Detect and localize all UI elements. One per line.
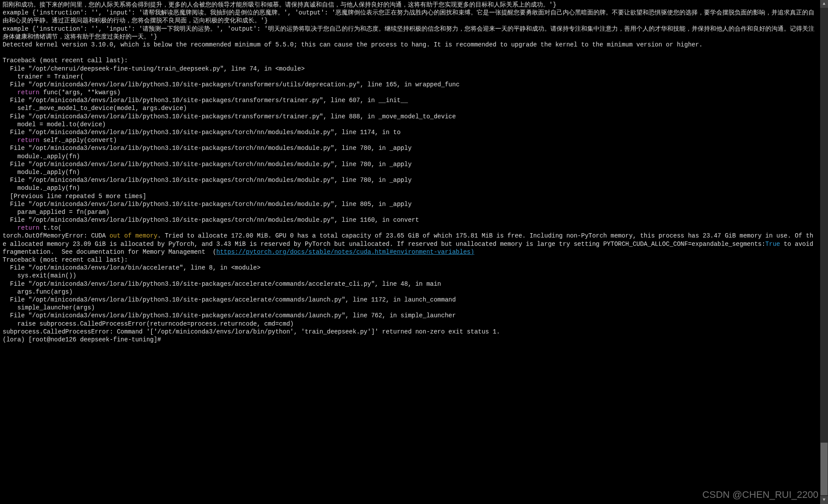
tb-line: simple_launcher(args) bbox=[3, 304, 95, 311]
return-keyword: return bbox=[18, 89, 39, 96]
tb-line: File "/opt/miniconda3/envs/lora/lib/pyth… bbox=[3, 81, 460, 88]
tb-line: File "/opt/miniconda3/envs/lora/lib/pyth… bbox=[3, 113, 456, 120]
tb-line: File "/opt/miniconda3/envs/lora/lib/pyth… bbox=[3, 129, 400, 136]
tb-line: trainer = Trainer( bbox=[3, 73, 84, 80]
doc-link[interactable]: https://pytorch.org/docs/stable/notes/cu… bbox=[216, 248, 474, 256]
scroll-thumb[interactable] bbox=[821, 443, 828, 495]
log-line: example {'instruction': '', 'input': '请预… bbox=[3, 25, 814, 40]
watermark-text: CSDN @CHEN_RUI_2200 bbox=[703, 489, 818, 501]
tb-line: args.func(args) bbox=[3, 288, 73, 295]
tb-line: module._apply(fn) bbox=[3, 169, 80, 176]
tb-line: raise subprocess.CalledProcessError(retu… bbox=[3, 320, 294, 327]
tb-line: [Previous line repeated 5 more times] bbox=[3, 193, 146, 200]
return-keyword: return bbox=[18, 137, 39, 144]
terminal-output[interactable]: 阳刚和成功。接下来的时间里，您的人际关系将会得到提升，更多的人会被您的领导才能所… bbox=[0, 0, 819, 344]
true-keyword: True bbox=[765, 241, 780, 248]
tb-line: return self._apply(convert) bbox=[3, 137, 117, 144]
tb-line: File "/opt/miniconda3/envs/lora/lib/pyth… bbox=[3, 312, 456, 319]
tb-line: File "/opt/chenrui/deepseek-fine-tuning/… bbox=[3, 65, 305, 72]
log-line: 阳刚和成功。接下来的时间里，您的人际关系将会得到提升，更多的人会被您的领导才能所… bbox=[3, 1, 557, 8]
tb-line: File "/opt/miniconda3/envs/lora/lib/pyth… bbox=[3, 280, 441, 287]
shell-prompt[interactable]: (lora) [root@node126 deepseek-fine-tunin… bbox=[3, 336, 165, 343]
tb-line: File "/opt/miniconda3/envs/lora/bin/acce… bbox=[3, 264, 261, 271]
tb-line: File "/opt/miniconda3/envs/lora/lib/pyth… bbox=[3, 161, 412, 168]
oom-highlight: out of memory bbox=[110, 232, 157, 239]
kernel-warning: Detected kernel version 3.10.0, which is… bbox=[3, 41, 703, 48]
tb-line: File "/opt/miniconda3/envs/lora/lib/pyth… bbox=[3, 296, 456, 303]
log-line: example {'instruction': '', 'input': '请帮… bbox=[3, 9, 814, 24]
subprocess-error: subprocess.CalledProcessError: Command '… bbox=[3, 328, 500, 335]
tb-line: return t.to( bbox=[3, 224, 61, 231]
traceback-header: Traceback (most recent call last): bbox=[3, 256, 128, 263]
tb-line: File "/opt/miniconda3/envs/lora/lib/pyth… bbox=[3, 201, 412, 208]
vertical-scrollbar[interactable]: ▲ ▼ bbox=[820, 0, 828, 504]
tb-line: return func(*args, **kwargs) bbox=[3, 89, 121, 96]
scroll-down-button[interactable]: ▼ bbox=[820, 496, 828, 504]
tb-line: sys.exit(main()) bbox=[3, 272, 76, 279]
tb-line: param_applied = fn(param) bbox=[3, 209, 110, 216]
scroll-up-button[interactable]: ▲ bbox=[820, 0, 828, 8]
tb-line: self._move_model_to_device(model, args.d… bbox=[3, 105, 187, 112]
tb-line: File "/opt/miniconda3/envs/lora/lib/pyth… bbox=[3, 177, 412, 184]
traceback-header: Traceback (most recent call last): bbox=[3, 57, 128, 64]
return-keyword: return bbox=[18, 224, 39, 231]
oom-error: torch.OutOfMemoryError: CUDA out of memo… bbox=[3, 232, 817, 255]
tb-line: File "/opt/miniconda3/envs/lora/lib/pyth… bbox=[3, 97, 408, 104]
tb-line: File "/opt/miniconda3/envs/lora/lib/pyth… bbox=[3, 145, 412, 152]
tb-line: module._apply(fn) bbox=[3, 185, 80, 192]
tb-line: model = model.to(device) bbox=[3, 121, 106, 128]
tb-line: module._apply(fn) bbox=[3, 153, 80, 160]
tb-line: File "/opt/miniconda3/envs/lora/lib/pyth… bbox=[3, 217, 419, 224]
